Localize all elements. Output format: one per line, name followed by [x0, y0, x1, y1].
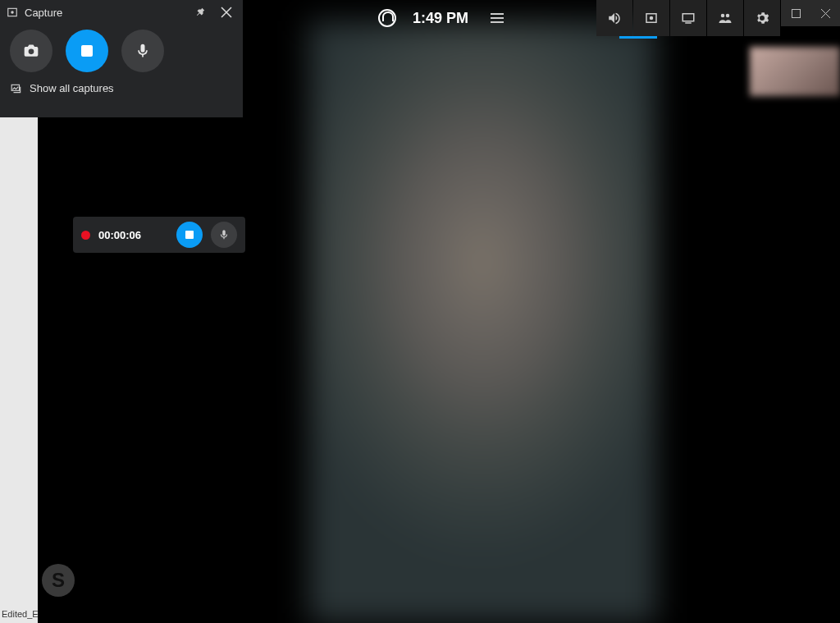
skype-icon[interactable]: S — [42, 564, 75, 597]
capture-icon — [7, 7, 18, 18]
menu-icon[interactable] — [486, 0, 509, 36]
active-tab-indicator — [619, 36, 657, 39]
svg-point-0 — [650, 16, 654, 21]
capture-panel-title: Capture — [25, 7, 184, 19]
audio-icon[interactable] — [596, 0, 632, 36]
recording-elapsed: 00:00:06 — [98, 229, 168, 241]
svg-point-4 — [726, 14, 730, 18]
gamebar-time: 1:49 PM — [413, 10, 468, 27]
close-button[interactable] — [810, 0, 840, 26]
gamebar-widgets — [596, 0, 780, 36]
gallery-icon — [10, 83, 23, 94]
svg-point-3 — [721, 14, 725, 18]
xbox-icon[interactable] — [378, 9, 396, 27]
stop-icon — [185, 231, 194, 239]
capture-panel-header: Capture — [0, 0, 243, 25]
stop-icon — [81, 45, 93, 57]
svg-rect-1 — [682, 14, 694, 21]
svg-rect-5 — [792, 9, 800, 17]
capture-panel: Capture Show all captures — [0, 0, 243, 117]
self-video-preview[interactable] — [750, 47, 840, 96]
remote-video-feed — [308, 21, 656, 623]
microphone-button[interactable] — [121, 30, 164, 72]
social-icon[interactable] — [707, 0, 743, 36]
show-all-captures-label: Show all captures — [30, 82, 114, 94]
svg-point-7 — [11, 11, 14, 14]
desktop-file-label[interactable]: Edited_E — [2, 609, 39, 619]
window-controls — [781, 0, 840, 26]
stop-recording-button[interactable] — [66, 30, 108, 72]
gamebar-center: 1:49 PM — [368, 0, 518, 36]
svg-rect-2 — [685, 22, 692, 24]
gamebar: 1:49 PM — [368, 0, 780, 36]
capture-widget-icon[interactable] — [633, 0, 669, 36]
recording-stop-button[interactable] — [176, 222, 203, 248]
recording-mic-button[interactable] — [211, 222, 237, 248]
settings-icon[interactable] — [744, 0, 780, 36]
capture-buttons — [0, 25, 243, 79]
close-icon[interactable] — [217, 2, 236, 22]
screenshot-button[interactable] — [10, 30, 52, 72]
recording-indicator-icon — [81, 231, 90, 240]
performance-icon[interactable] — [670, 0, 706, 36]
recording-bar: 00:00:06 — [73, 217, 245, 253]
maximize-button[interactable] — [781, 0, 810, 26]
pin-button[interactable] — [190, 2, 210, 22]
show-all-captures-link[interactable]: Show all captures — [0, 79, 243, 101]
